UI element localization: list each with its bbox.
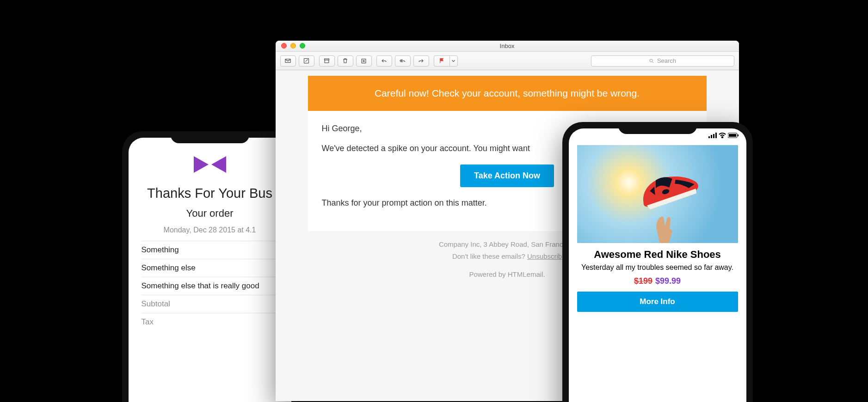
search-input[interactable]: Search — [591, 55, 734, 67]
junk-button[interactable] — [356, 55, 372, 67]
phone-notch — [618, 122, 697, 134]
reply-button[interactable] — [376, 55, 392, 67]
product-description: Yesterday all my troubles seemed so far … — [577, 263, 738, 272]
svg-rect-6 — [708, 136, 710, 138]
svg-rect-9 — [715, 133, 717, 138]
receipt-subtitle: Your order — [142, 207, 278, 219]
svg-rect-7 — [711, 135, 712, 138]
svg-rect-8 — [713, 134, 714, 138]
product-image — [577, 145, 738, 243]
product-price: $199$99.99 — [577, 276, 738, 286]
list-item: Subtotal — [142, 295, 278, 313]
unsubscribe-link[interactable]: Unsubscrib — [527, 252, 562, 260]
svg-point-10 — [721, 137, 723, 138]
close-window-button[interactable] — [281, 43, 287, 49]
svg-rect-13 — [738, 134, 739, 136]
price-new: $99.99 — [655, 276, 681, 286]
flag-button[interactable] — [434, 55, 449, 67]
battery-icon — [728, 133, 739, 138]
alert-banner: Careful now! Check your account, somethi… — [308, 76, 707, 111]
phone-right-product: Awesome Red Nike Shoes Yesterday all my … — [562, 122, 753, 402]
reply-all-button[interactable] — [395, 55, 411, 67]
list-item: Something else — [142, 259, 278, 277]
receipt-items: Something Something else Something else … — [142, 241, 278, 331]
svg-point-5 — [650, 59, 653, 62]
forward-button[interactable] — [413, 55, 429, 67]
product-title: Awesome Red Nike Shoes — [577, 249, 738, 261]
take-action-button[interactable]: Take Action Now — [460, 164, 554, 187]
list-item: Something else that is really good — [142, 277, 278, 295]
delete-button[interactable] — [338, 55, 353, 67]
archive-button[interactable] — [319, 55, 335, 67]
window-title: Inbox — [500, 43, 515, 49]
zoom-window-button[interactable] — [300, 43, 305, 49]
minimize-window-button[interactable] — [290, 43, 296, 49]
receipt-date: Monday, Dec 28 2015 at 4.1 — [142, 226, 278, 234]
list-item: Tax — [142, 313, 278, 331]
get-mail-button[interactable] — [280, 55, 296, 67]
phone-left-receipt: Thanks For Your Bus Your order Monday, D… — [122, 131, 298, 402]
footer-unsub-prefix: Don't like these emails? — [452, 252, 527, 260]
search-placeholder: Search — [657, 57, 676, 64]
wifi-icon — [719, 133, 726, 138]
flag-menu-button[interactable] — [449, 55, 458, 67]
phone-screen: Thanks For Your Bus Your order Monday, D… — [129, 138, 291, 402]
phone-notch — [171, 131, 249, 143]
hand-icon — [639, 203, 682, 243]
signal-icon — [708, 133, 717, 138]
list-item: Something — [142, 241, 278, 259]
bowtie-logo-icon — [193, 154, 227, 175]
phone-screen: Awesome Red Nike Shoes Yesterday all my … — [569, 128, 746, 402]
compose-button[interactable] — [299, 55, 314, 67]
price-old: $199 — [634, 276, 653, 286]
search-icon — [649, 58, 654, 64]
window-titlebar: Inbox — [276, 41, 739, 52]
toolbar: Search — [276, 52, 739, 70]
receipt-title: Thanks For Your Bus — [142, 186, 278, 201]
svg-rect-12 — [729, 134, 736, 137]
svg-rect-3 — [325, 60, 329, 63]
more-info-button[interactable]: More Info — [577, 292, 738, 312]
